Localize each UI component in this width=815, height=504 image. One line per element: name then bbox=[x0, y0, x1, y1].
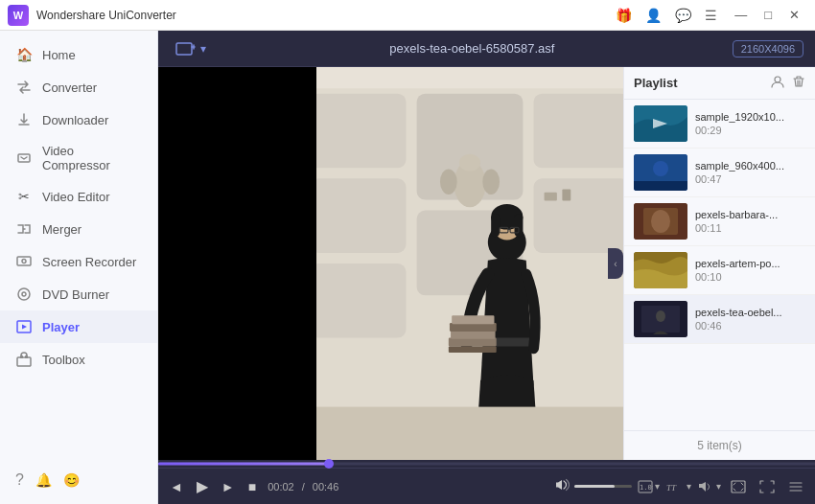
audio-control: ▾ bbox=[697, 480, 721, 493]
progress-bar-area[interactable] bbox=[158, 460, 815, 468]
add-btn-arrow: ▾ bbox=[200, 42, 206, 56]
svg-point-22 bbox=[482, 169, 500, 195]
playlist-thumb-1 bbox=[634, 105, 687, 142]
playlist-info-2: sample_960x400... 00:47 bbox=[695, 160, 805, 185]
progress-handle[interactable] bbox=[324, 459, 334, 469]
svg-rect-28 bbox=[491, 214, 500, 237]
playlist-item[interactable]: pexels-barbara-... 00:11 bbox=[624, 197, 815, 246]
sidebar-item-toolbox[interactable]: Toolbox bbox=[0, 343, 157, 376]
emoji-icon[interactable]: 😊 bbox=[63, 472, 80, 488]
svg-point-52 bbox=[656, 310, 665, 322]
playlist-delete-icon[interactable] bbox=[792, 75, 805, 91]
play-button[interactable]: ▶ bbox=[193, 475, 212, 497]
speed-label[interactable]: 1.0× ▾ bbox=[638, 480, 660, 493]
sidebar-item-merger[interactable]: Merger bbox=[0, 213, 157, 245]
sidebar-item-editor-label: Video Editor bbox=[42, 190, 110, 204]
current-time: 00:02 bbox=[268, 481, 294, 493]
svg-rect-1 bbox=[17, 257, 31, 265]
editor-icon: ✂ bbox=[15, 188, 33, 205]
sidebar-item-downloader[interactable]: Downloader bbox=[0, 103, 157, 136]
speed-value: ▾ bbox=[655, 481, 660, 492]
chat-icon[interactable]: 💬 bbox=[671, 6, 695, 25]
help-icon[interactable]: ? bbox=[15, 471, 24, 489]
playlist-name-5: pexels-tea-oebel... bbox=[695, 307, 805, 318]
playlist-thumb-4 bbox=[634, 252, 687, 288]
sidebar-item-home[interactable]: 🏠 Home bbox=[0, 38, 157, 71]
sidebar-item-player[interactable]: Player bbox=[0, 310, 157, 343]
user-icon[interactable]: 👤 bbox=[641, 6, 665, 25]
playlist-duration-5: 00:46 bbox=[695, 320, 805, 332]
close-button[interactable]: ✕ bbox=[781, 6, 807, 24]
playlist-item-active[interactable]: pexels-tea-oebel... 00:46 bbox=[624, 295, 815, 344]
svg-rect-18 bbox=[533, 178, 623, 253]
subtitle-label[interactable]: TT ▾ bbox=[665, 480, 691, 493]
sidebar-item-home-label: Home bbox=[42, 48, 76, 62]
playlist-user-icon[interactable] bbox=[771, 75, 784, 91]
home-icon: 🏠 bbox=[15, 46, 33, 63]
sidebar-item-dvd-burner[interactable]: DVD Burner bbox=[0, 278, 157, 310]
next-button[interactable]: ► bbox=[218, 477, 239, 496]
stop-button[interactable]: ■ bbox=[244, 477, 260, 496]
fullscreen-button[interactable] bbox=[756, 478, 779, 495]
toolbox-icon bbox=[15, 351, 33, 368]
playlist-name-3: pexels-barbara-... bbox=[695, 209, 805, 220]
prev-button[interactable]: ◄ bbox=[166, 477, 187, 496]
playlist-thumb-3 bbox=[634, 203, 687, 240]
svg-rect-6 bbox=[17, 357, 31, 366]
sidebar-item-video-editor[interactable]: ✂ Video Editor bbox=[0, 180, 157, 213]
playlist-header-icons bbox=[771, 75, 805, 91]
playlist-info-1: sample_1920x10... 00:29 bbox=[695, 111, 805, 136]
screen-recorder-icon bbox=[15, 253, 33, 270]
svg-point-21 bbox=[440, 169, 457, 195]
sidebar-item-player-label: Player bbox=[42, 320, 80, 334]
time-separator: / bbox=[302, 481, 305, 493]
volume-slider[interactable] bbox=[574, 485, 632, 488]
playlist-collapse-handle[interactable]: ‹ bbox=[608, 248, 623, 279]
sidebar-item-dvd-label: DVD Burner bbox=[42, 287, 109, 302]
sidebar-item-recorder-label: Screen Recorder bbox=[42, 255, 136, 269]
playlist-item[interactable]: sample_1920x10... 00:29 bbox=[624, 100, 815, 149]
content-area: ▾ pexels-tea-oebel-6580587.asf 2160X4096 bbox=[158, 31, 815, 504]
resolution-badge: 2160X4096 bbox=[733, 40, 803, 57]
sidebar-item-converter[interactable]: Converter bbox=[0, 71, 157, 103]
audio-label[interactable]: ▾ bbox=[697, 480, 721, 493]
svg-rect-56 bbox=[732, 481, 745, 493]
svg-rect-36 bbox=[450, 323, 497, 332]
titlebar-actions: 🎁 👤 💬 ☰ — □ ✕ bbox=[612, 6, 807, 25]
svg-point-2 bbox=[22, 260, 26, 263]
playlist-item[interactable]: pexels-artem-po... 00:10 bbox=[624, 246, 815, 295]
add-media-button[interactable]: ▾ bbox=[170, 38, 212, 59]
playlist-footer: 5 item(s) bbox=[624, 430, 815, 460]
merger-icon bbox=[15, 220, 33, 238]
total-time: 00:46 bbox=[313, 481, 339, 493]
video-scene bbox=[316, 67, 623, 460]
video-player[interactable]: ‹ bbox=[158, 67, 623, 460]
file-title: pexels-tea-oebel-6580587.asf bbox=[212, 41, 733, 56]
titlebar: W Wondershare UniConverter 🎁 👤 💬 ☰ — □ ✕ bbox=[0, 0, 815, 31]
svg-rect-35 bbox=[451, 331, 496, 339]
svg-point-40 bbox=[775, 77, 780, 82]
hamburger-icon[interactable]: ☰ bbox=[701, 6, 721, 25]
gift-icon[interactable]: 🎁 bbox=[612, 6, 636, 25]
svg-rect-37 bbox=[452, 315, 494, 324]
sidebar-item-video-compressor[interactable]: Video Compressor bbox=[0, 136, 157, 180]
app-title: Wondershare UniConverter bbox=[36, 9, 612, 22]
maximize-button[interactable]: □ bbox=[757, 6, 780, 24]
speed-control: 1.0× ▾ bbox=[638, 480, 660, 493]
volume-icon[interactable] bbox=[555, 478, 570, 494]
svg-rect-12 bbox=[316, 94, 407, 169]
minimize-button[interactable]: — bbox=[727, 6, 755, 24]
sidebar-item-screen-recorder[interactable]: Screen Recorder bbox=[0, 245, 157, 278]
downloader-icon bbox=[15, 111, 33, 128]
playlist-item[interactable]: sample_960x400... 00:47 bbox=[624, 149, 815, 197]
window-controls: — □ ✕ bbox=[727, 6, 807, 24]
video-black-left bbox=[158, 67, 316, 460]
playlist-header: Playlist bbox=[624, 67, 815, 100]
notification-icon[interactable]: 🔔 bbox=[35, 472, 52, 488]
progress-track[interactable] bbox=[158, 463, 815, 466]
menu-button[interactable] bbox=[784, 478, 807, 495]
content-topbar: ▾ pexels-tea-oebel-6580587.asf 2160X4096 bbox=[158, 31, 815, 67]
screen-size-button[interactable] bbox=[727, 478, 750, 495]
svg-point-45 bbox=[653, 161, 668, 176]
playlist-thumb-5 bbox=[634, 301, 687, 337]
